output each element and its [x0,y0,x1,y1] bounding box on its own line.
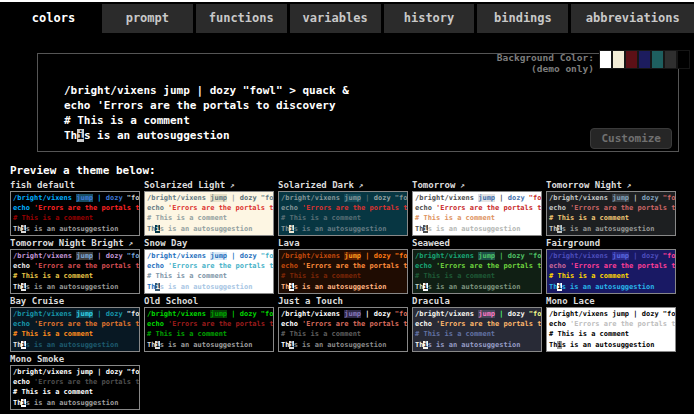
token-jump: jump [344,252,361,260]
theme-terminal-sample[interactable]: /bright/vixens jump | dozy "fowl" > quac… [10,365,140,410]
token-jump: jump [612,252,629,260]
token-jump: jump [210,194,227,202]
theme-title-11[interactable]: Old School [144,296,274,306]
theme-title-12[interactable]: Just a Touch [278,296,408,306]
external-link-icon[interactable]: ↗ [225,181,235,190]
token-quote: 'Errors are the portals to discovery [436,204,542,212]
theme-title-3[interactable]: Tomorrow ↗ [412,180,542,190]
theme-terminal-sample[interactable]: /bright/vixens jump | dozy "fowl" > quac… [412,191,542,236]
token-jump: jump [76,252,93,260]
theme-title-1[interactable]: Solarized Light ↗ [144,180,274,190]
token-comment: # This is a comment [281,330,361,338]
theme-title-7[interactable]: Lava [278,238,408,248]
token-jump: jump [76,368,93,376]
bg-color-swatch-1[interactable] [612,50,625,69]
token-jump: jump [76,310,93,318]
token-echo: echo [64,99,97,112]
theme-title-6[interactable]: Snow Day [144,238,274,248]
token-jump: jump [210,252,227,260]
bg-color-swatch-6[interactable] [677,50,690,69]
bg-color-swatch-4[interactable] [651,50,664,69]
tab-history[interactable]: history [384,4,475,33]
token-plain [203,84,210,97]
token-dquote: "fowl" [261,310,274,318]
external-link-icon[interactable]: ↗ [622,181,632,190]
token-path: /bright/vixens [13,310,76,318]
token-dozy: dozy [240,310,261,318]
external-link-icon[interactable]: ↗ [354,181,364,190]
theme-title-2[interactable]: Solarized Dark ↗ [278,180,408,190]
token-dozy: dozy [508,252,529,260]
token-echo: echo [549,262,570,270]
theme-title-10[interactable]: Bay Cruise [10,296,140,306]
token-dozy: dozy [374,252,395,260]
bg-color-swatch-0[interactable] [599,50,612,69]
token-comment: # This is a comment [13,214,93,222]
theme-terminal-sample[interactable]: /bright/vixens jump | dozy "fowl" > quac… [546,191,676,236]
theme-title-4[interactable]: Tomorrow Night ↗ [546,180,676,190]
customize-button[interactable]: Customize [590,128,672,149]
token-path: /bright/vixens [549,194,612,202]
tab-abbreviations[interactable]: abbreviations [571,4,694,33]
theme-preview: Dracula/bright/vixens jump | dozy "fowl"… [412,296,542,352]
token-comment: # This is a comment [147,272,227,280]
token-path: /bright/vixens [281,194,344,202]
token-dquote: "fowl" [529,194,542,202]
theme-terminal-sample[interactable]: /bright/vixens jump | dozy "fowl" > quac… [10,307,140,352]
token-autosugg: s is an autosuggestion [294,225,387,233]
token-path: /bright/vixens [13,368,76,376]
token-autosugg: s is an autosuggestion [26,341,119,349]
token-dquote: "fowl" [243,84,289,97]
theme-terminal-sample[interactable]: /bright/vixens jump | dozy "fowl" > quac… [278,249,408,294]
theme-terminal-sample[interactable]: /bright/vixens jump | dozy "fowl" > quac… [412,249,542,294]
preview-heading: Preview a theme below: [10,164,156,177]
token-quote: 'Errors are the portals to discovery [570,204,676,212]
tab-variables[interactable]: variables [290,4,381,33]
bg-color-swatch-2[interactable] [625,50,638,69]
token-echo: echo [13,320,34,328]
token-comment: # This is a comment [13,330,93,338]
theme-terminal-sample[interactable]: /bright/vixens jump | dozy "fowl" > quac… [10,249,140,294]
token-fg: Th [64,129,77,142]
token-autosugg: s is an autosuggestion [26,283,119,291]
theme-title-15[interactable]: Mono Smoke [10,354,140,364]
token-quote: 'Errors are the portals to discovery [570,262,676,270]
token-dozy: dozy [240,194,261,202]
token-quote: 'Errors are the portals to discovery [570,320,676,328]
theme-title-9[interactable]: Fairground [546,238,676,248]
tab-prompt[interactable]: prompt [102,4,193,33]
bg-color-swatch-3[interactable] [638,50,651,69]
theme-title-5[interactable]: Tomorrow Night Bright ↗ [10,238,140,248]
theme-terminal-sample[interactable]: /bright/vixens jump | dozy "fowl" > quac… [10,191,140,236]
tab-functions[interactable]: functions [196,4,287,33]
theme-terminal-sample[interactable]: /bright/vixens jump | dozy "fowl" > quac… [546,249,676,294]
theme-terminal-sample[interactable]: /bright/vixens jump | dozy "fowl" > quac… [144,191,274,236]
theme-title-13[interactable]: Dracula [412,296,542,306]
theme-terminal-sample[interactable]: /bright/vixens jump | dozy "fowl" > quac… [144,249,274,294]
token-dquote: "fowl" [127,310,140,318]
token-path: /bright/vixens [415,252,478,260]
bg-color-swatch-5[interactable] [664,50,677,69]
token-quote: 'Errors are the portals to discovery [34,378,140,386]
theme-title-14[interactable]: Mono Lace [546,296,676,306]
token-echo: echo [147,320,168,328]
tab-colors[interactable]: colors [8,4,99,33]
token-comment: # This is a comment [415,272,495,280]
theme-terminal-sample[interactable]: /bright/vixens jump | dozy "fowl" > quac… [278,191,408,236]
token-path: /bright/vixens [64,84,163,97]
theme-terminal-sample[interactable]: /bright/vixens jump | dozy "fowl" > quac… [412,307,542,352]
theme-title-8[interactable]: Seaweed [412,238,542,248]
token-dquote: "fowl" [395,310,408,318]
token-jump: jump [210,310,227,318]
theme-preview: Solarized Light ↗/bright/vixens jump | d… [144,180,274,236]
theme-terminal-sample[interactable]: /bright/vixens jump | dozy "fowl" > quac… [546,307,676,352]
token-quote: 'Errors are the portals to discovery [302,262,408,270]
tab-bindings[interactable]: bindings [477,4,568,33]
external-link-icon[interactable]: ↗ [455,181,465,190]
external-link-icon[interactable]: ↗ [124,239,134,248]
token-jump: jump [163,84,190,97]
theme-terminal-sample[interactable]: /bright/vixens jump | dozy "fowl" > quac… [144,307,274,352]
theme-terminal-sample[interactable]: /bright/vixens jump | dozy "fowl" > quac… [278,307,408,352]
theme-preview: Old School/bright/vixens jump | dozy "fo… [144,296,274,352]
theme-title-0[interactable]: fish default [10,180,140,190]
